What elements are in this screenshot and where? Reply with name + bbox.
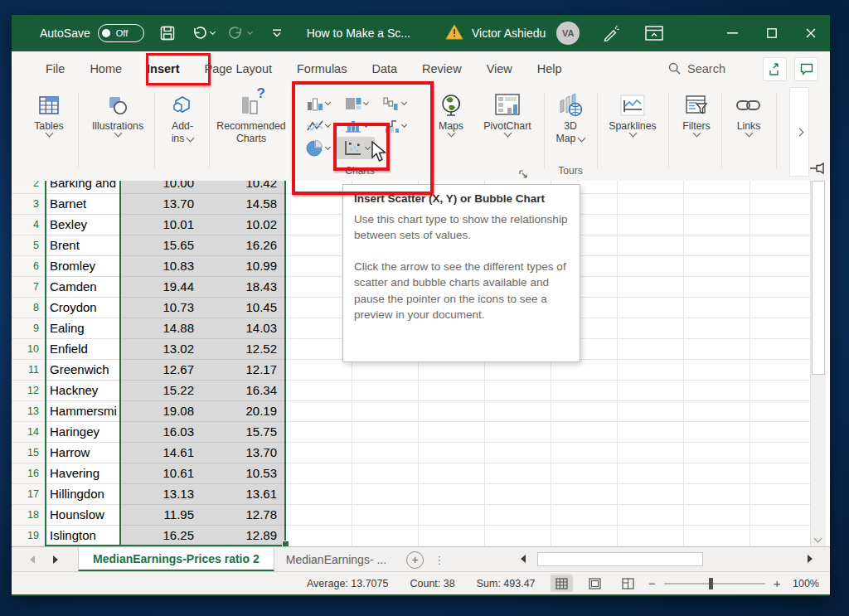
tab-view[interactable]: View [474, 51, 525, 85]
tab-data[interactable]: Data [359, 51, 410, 85]
cell-value-1[interactable]: 16.25 [121, 526, 203, 546]
cell-value-2[interactable]: 10.42 [203, 181, 286, 194]
cell-value-2[interactable]: 16.34 [203, 381, 286, 401]
cell-borough-name[interactable]: Bromley [46, 256, 121, 277]
zoom-slider[interactable] [664, 583, 765, 584]
cell-value-1[interactable]: 10.73 [121, 298, 203, 318]
sparklines-button[interactable]: Sparklines [600, 90, 665, 136]
close-button[interactable] [791, 15, 830, 51]
cell-value-2[interactable]: 13.61 [203, 484, 286, 505]
cell-value-1[interactable]: 13.13 [121, 484, 203, 505]
cell-value-2[interactable]: 12.78 [203, 505, 286, 526]
sheet-tab-options-dots[interactable]: ⋮ [434, 554, 444, 566]
undo-button[interactable] [187, 22, 211, 45]
whats-new-pen-button[interactable] [599, 22, 623, 45]
cell-value-2[interactable]: 14.03 [203, 318, 286, 339]
row-number[interactable]: 3 [12, 194, 46, 215]
cell-value-1[interactable]: 10.61 [121, 463, 203, 484]
cell-value-2[interactable]: 13.70 [203, 443, 286, 463]
page-layout-view-button[interactable] [584, 575, 606, 592]
maximize-button[interactable] [752, 15, 791, 51]
row-number[interactable]: 10 [12, 339, 46, 360]
cell-value-2[interactable]: 12.17 [203, 360, 286, 381]
scrollbar-down-arrow-icon[interactable] [814, 535, 822, 543]
redo-button[interactable] [225, 22, 248, 45]
save-button[interactable] [156, 22, 179, 45]
cell-borough-name[interactable]: Hammersmi [46, 401, 121, 422]
warning-icon[interactable] [445, 24, 463, 42]
cell-borough-name[interactable]: Barnet [46, 194, 121, 215]
sheet-tab-active[interactable]: MedianEarnings-Prices ratio 2 [78, 548, 274, 572]
cell-value-2[interactable]: 20.19 [203, 401, 286, 422]
cell-borough-name[interactable]: Greenwich [46, 360, 121, 381]
user-name[interactable]: Victor Ashiedu [472, 27, 546, 40]
row-number[interactable]: 18 [12, 505, 46, 526]
maps-button[interactable]: Maps [428, 90, 474, 136]
horizontal-scrollbar[interactable] [516, 550, 819, 568]
sheet-nav-right-icon[interactable] [53, 555, 58, 564]
minimize-button[interactable] [713, 15, 752, 51]
cell-value-1[interactable]: 14.61 [121, 443, 203, 463]
cell-value-1[interactable]: 13.02 [121, 339, 203, 360]
row-number[interactable]: 11 [12, 360, 46, 381]
new-sheet-button[interactable]: + [406, 551, 424, 569]
tab-home[interactable]: Home [77, 51, 134, 85]
cell-value-1[interactable]: 12.67 [121, 360, 203, 381]
cell-value-2[interactable]: 12.52 [203, 339, 286, 360]
cell-borough-name[interactable]: Camden [46, 277, 121, 298]
cell-borough-name[interactable]: Hackney [46, 381, 121, 401]
cell-value-1[interactable]: 15.65 [121, 235, 203, 256]
zoom-in-button[interactable]: + [774, 576, 781, 590]
fill-handle[interactable] [282, 541, 289, 546]
row-number[interactable]: 7 [12, 277, 46, 298]
page-break-preview-button[interactable] [617, 575, 639, 592]
customize-quick-access-toolbar-button[interactable] [265, 22, 289, 45]
comments-button[interactable] [794, 57, 818, 81]
pin-ribbon-button[interactable] [809, 162, 827, 178]
hscroll-left-arrow-icon[interactable] [521, 555, 526, 563]
cell-value-2[interactable]: 18.43 [203, 277, 286, 298]
cell-borough-name[interactable]: Barking and [46, 181, 121, 194]
cell-value-1[interactable]: 19.08 [121, 401, 203, 422]
tab-formulas[interactable]: Formulas [284, 51, 359, 85]
row-number[interactable]: 16 [12, 463, 46, 484]
sheet-nav-left-icon[interactable] [30, 555, 35, 564]
tab-help[interactable]: Help [525, 51, 575, 85]
autosave-toggle[interactable]: Off [98, 24, 144, 42]
cell-value-1[interactable]: 10.83 [121, 256, 203, 277]
cell-borough-name[interactable]: Ealing [46, 318, 121, 339]
cell-borough-name[interactable]: Hillingdon [46, 484, 121, 505]
normal-view-button[interactable] [551, 575, 573, 592]
illustrations-button[interactable]: Illustrations [83, 90, 153, 136]
zoom-out-button[interactable]: − [648, 576, 656, 590]
share-button[interactable] [763, 57, 787, 81]
tables-button[interactable]: Tables [20, 90, 78, 136]
row-number[interactable]: 15 [12, 443, 46, 463]
horizontal-scrollbar-thumb[interactable] [537, 552, 703, 566]
search-input[interactable]: Search [668, 51, 725, 85]
undo-dropdown-chevron-icon[interactable] [210, 29, 216, 35]
cell-borough-name[interactable]: Brent [46, 235, 121, 256]
cell-borough-name[interactable]: Harrow [46, 443, 121, 463]
row-number[interactable]: 5 [12, 235, 46, 256]
row-number[interactable]: 13 [12, 401, 46, 422]
row-number[interactable]: 2 [12, 181, 46, 194]
cell-value-2[interactable]: 10.99 [203, 256, 286, 277]
row-number[interactable]: 14 [12, 422, 46, 443]
avatar[interactable]: VA [556, 22, 580, 45]
cell-borough-name[interactable]: Croydon [46, 298, 121, 318]
cell-borough-name[interactable]: Haringey [46, 422, 121, 443]
add-ins-button[interactable]: Add- ins [158, 90, 207, 145]
cell-value-2[interactable]: 10.02 [203, 215, 286, 235]
cell-value-2[interactable]: 10.53 [203, 463, 286, 484]
cell-value-1[interactable]: 10.01 [121, 215, 203, 235]
links-button[interactable]: Links [725, 90, 773, 136]
cell-value-2[interactable]: 12.89 [203, 526, 286, 546]
cell-borough-name[interactable]: Enfield [46, 339, 121, 360]
cell-value-2[interactable]: 16.26 [203, 235, 286, 256]
row-number[interactable]: 17 [12, 484, 46, 505]
ribbon-scroll-strip[interactable] [789, 87, 809, 177]
row-number[interactable]: 19 [12, 526, 46, 546]
row-number[interactable]: 6 [12, 256, 46, 277]
row-number[interactable]: 9 [12, 318, 46, 339]
